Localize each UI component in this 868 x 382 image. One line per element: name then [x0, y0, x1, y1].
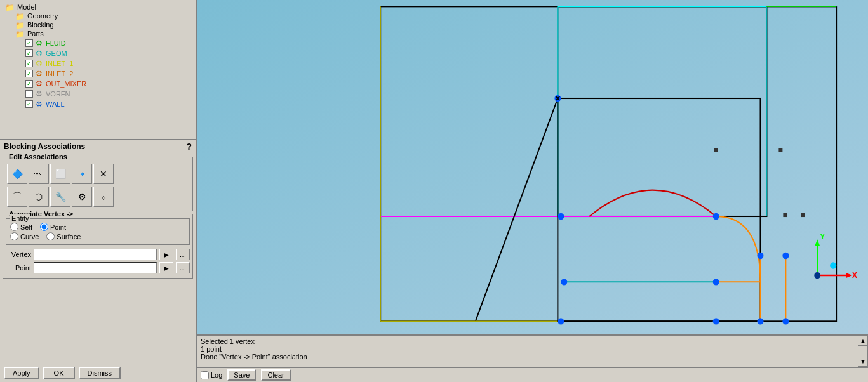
- tree-label-out_mixer: OUT_MIXER: [46, 80, 86, 88]
- tree-label-model: Model: [17, 3, 36, 11]
- entity-radio-row1: Self Point: [10, 223, 185, 231]
- point-dots-btn[interactable]: …: [176, 262, 190, 273]
- svg-text:X: X: [852, 271, 858, 280]
- tree-area: 📁Model📁Geometry📁Blocking📁Parts✓⚙FLUID✓⚙G…: [0, 0, 196, 140]
- tree-label-vorfn: VORFN: [46, 90, 70, 98]
- svg-rect-28: [714, 148, 718, 152]
- toolbar-btn-1[interactable]: 〰: [29, 164, 49, 184]
- vertex-select-btn[interactable]: ▶: [159, 249, 173, 260]
- clear-button[interactable]: Clear: [261, 369, 290, 381]
- tree-icon-blocking: 📁: [15, 21, 24, 29]
- radio-surface[interactable]: Surface: [46, 232, 81, 240]
- log-scrollbar[interactable]: ▲ ▼: [858, 336, 868, 367]
- tree-checkbox-wall[interactable]: ✓: [25, 100, 33, 108]
- vertex-input[interactable]: [34, 249, 157, 260]
- svg-rect-31: [801, 213, 805, 217]
- tree-item-blocking[interactable]: 📁Blocking: [3, 20, 193, 29]
- tree-label-inlet_1: INLET_1: [46, 60, 73, 67]
- log-area: Selected 1 vertex 1 point Done "Vertex -…: [197, 334, 868, 382]
- tree-checkbox-out_mixer[interactable]: ✓: [25, 80, 33, 88]
- tree-item-parts[interactable]: 📁Parts: [3, 29, 193, 38]
- tree-item-model[interactable]: 📁Model: [3, 3, 193, 11]
- svg-point-17: [558, 213, 564, 220]
- toolbar-btn-0[interactable]: 🔷: [7, 164, 27, 184]
- edit-associations-toolbar: 🔷〰⬜🔹✕⌒⬡🔧⚙⬦: [6, 162, 190, 208]
- radio-point-label: Point: [50, 223, 66, 231]
- blocking-content: Edit Associations 🔷〰⬜🔹✕⌒⬡🔧⚙⬦ Associate V…: [0, 154, 196, 364]
- tree-item-geom[interactable]: ✓⚙GEOM: [3, 48, 193, 58]
- radio-curve-label: Curve: [20, 233, 39, 240]
- tree-label-geom: GEOM: [46, 49, 67, 57]
- toolbar-btn-6[interactable]: ⬡: [29, 187, 49, 207]
- blocking-associations-header: Blocking Associations ?: [0, 140, 196, 154]
- radio-surface-input[interactable]: [46, 232, 55, 240]
- vertex-input-row: Vertex ▶ …: [6, 249, 190, 260]
- scroll-down-btn[interactable]: ▼: [858, 357, 868, 367]
- toolbar-btn-4[interactable]: ✕: [93, 164, 114, 184]
- radio-curve[interactable]: Curve: [10, 232, 39, 240]
- log-checkbox-label[interactable]: Log: [201, 371, 222, 379]
- tree-icon-geom: ⚙: [36, 49, 43, 58]
- entity-box-title: Entity: [10, 214, 30, 222]
- tree-label-geometry: Geometry: [27, 12, 58, 20]
- tree-icon-fluid: ⚙: [36, 39, 43, 48]
- dismiss-button[interactable]: Dismiss: [79, 367, 121, 379]
- tree-item-inlet_1[interactable]: ✓⚙INLET_1: [3, 58, 193, 69]
- main-viewport: ANSYS R18.0: [197, 0, 868, 382]
- scroll-up-btn[interactable]: ▲: [858, 336, 868, 346]
- log-checkbox[interactable]: [201, 371, 209, 379]
- toolbar-btn-8[interactable]: ⚙: [72, 187, 92, 207]
- tree-checkbox-inlet_1[interactable]: ✓: [25, 60, 33, 67]
- radio-self[interactable]: Self: [10, 223, 32, 231]
- tree-item-inlet_2[interactable]: ✓⚙INLET_2: [3, 69, 193, 79]
- tree-label-wall: WALL: [46, 100, 65, 108]
- blocking-associations-title: Blocking Associations: [4, 142, 85, 151]
- radio-self-label: Self: [20, 223, 32, 231]
- toolbar-btn-2[interactable]: ⬜: [50, 164, 70, 184]
- log-content: Selected 1 vertex 1 point Done "Vertex -…: [197, 336, 868, 367]
- point-input[interactable]: [34, 262, 157, 273]
- ok-button[interactable]: OK: [43, 367, 75, 379]
- tree-checkbox-inlet_2[interactable]: ✓: [25, 70, 33, 77]
- toolbar-btn-5[interactable]: ⌒: [7, 187, 27, 207]
- toolbar-btn-3[interactable]: 🔹: [72, 164, 92, 184]
- svg-point-22: [757, 318, 763, 324]
- radio-point-input[interactable]: [40, 223, 48, 231]
- radio-self-input[interactable]: [10, 223, 18, 231]
- svg-point-18: [713, 213, 719, 220]
- tree-checkbox-geom[interactable]: ✓: [25, 49, 33, 57]
- radio-surface-label: Surface: [57, 233, 81, 240]
- radio-point[interactable]: Point: [40, 223, 66, 231]
- tree-icon-parts: 📁: [15, 30, 24, 37]
- log-line-2: 1 point: [201, 345, 864, 353]
- tree-item-out_mixer[interactable]: ✓⚙OUT_MIXER: [3, 79, 193, 89]
- tree-item-fluid[interactable]: ✓⚙FLUID: [3, 38, 193, 48]
- log-line-3: Done "Vertex -> Point" association: [201, 353, 864, 360]
- canvas-area[interactable]: ANSYS R18.0: [197, 0, 868, 334]
- svg-rect-30: [783, 213, 787, 217]
- point-select-btn[interactable]: ▶: [159, 262, 173, 273]
- save-button[interactable]: Save: [227, 369, 256, 381]
- help-icon[interactable]: ?: [186, 142, 192, 152]
- toolbar-btn-7[interactable]: 🔧: [50, 187, 70, 207]
- log-bottom-bar: Log Save Clear: [197, 367, 868, 382]
- svg-point-26: [713, 279, 719, 285]
- tree-checkbox-vorfn[interactable]: [25, 90, 33, 98]
- svg-text:Y: Y: [820, 232, 825, 241]
- tree-item-geometry[interactable]: 📁Geometry: [3, 11, 193, 20]
- apply-button[interactable]: Apply: [4, 367, 39, 379]
- svg-point-25: [757, 253, 763, 259]
- toolbar-btn-9[interactable]: ⬦: [93, 187, 114, 207]
- tree-checkbox-fluid[interactable]: ✓: [25, 39, 33, 47]
- svg-rect-29: [778, 148, 782, 152]
- svg-point-39: [830, 262, 836, 268]
- svg-point-36: [814, 272, 820, 279]
- edit-associations-group: Edit Associations 🔷〰⬜🔹✕⌒⬡🔧⚙⬦: [3, 157, 193, 211]
- vertex-dots-btn[interactable]: …: [176, 249, 190, 260]
- log-label: Log: [211, 371, 222, 379]
- scroll-track: [858, 346, 868, 357]
- svg-point-23: [782, 318, 789, 324]
- tree-item-vorfn[interactable]: ⚙VORFN: [3, 89, 193, 99]
- tree-item-wall[interactable]: ✓⚙WALL: [3, 99, 193, 109]
- radio-curve-input[interactable]: [10, 232, 18, 240]
